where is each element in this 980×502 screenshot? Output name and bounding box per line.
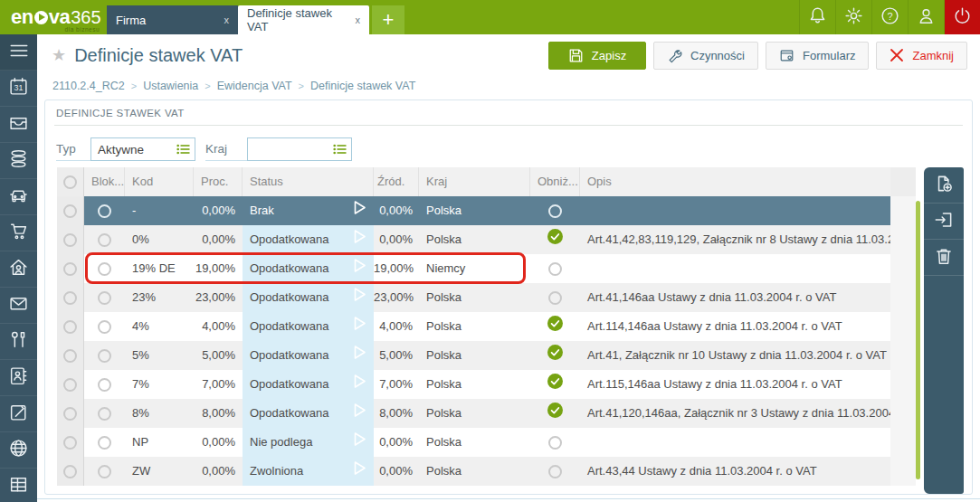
play-icon[interactable] [353, 429, 366, 457]
blok-cell[interactable] [84, 370, 125, 399]
tab-close-icon[interactable]: x [224, 14, 230, 25]
play-cell[interactable] [345, 399, 374, 428]
table-row-np[interactable]: NP0,00%Nie podlega0,00%Polska [57, 428, 890, 457]
blok-radio[interactable] [98, 320, 111, 334]
blok-cell[interactable] [84, 283, 125, 312]
blok-cell[interactable] [84, 341, 125, 370]
table-row-7[interactable]: 7%7,00%Opodatkowana7,00%PolskaArt.115,14… [57, 370, 890, 399]
sidebar-item-car[interactable] [0, 179, 37, 215]
kraj-filter-dropdown[interactable] [247, 137, 352, 161]
sidebar-item-inbox[interactable] [0, 107, 37, 143]
row-selector-cell[interactable] [57, 370, 84, 399]
form-button[interactable]: Formularz [766, 42, 870, 70]
check-icon[interactable] [547, 226, 563, 254]
play-cell[interactable] [345, 312, 374, 341]
breadcrumb-item[interactable]: 2110.2.4_RC2 [52, 80, 125, 92]
header-blok[interactable]: Blok... [84, 167, 125, 196]
table-row-5[interactable]: 5%5,00%Opodatkowana5,00%PolskaArt.41, Za… [57, 341, 890, 370]
table-row-8[interactable]: 8%8,00%Opodatkowana8,00%PolskaArt.41,120… [57, 399, 890, 428]
row-selector-cell[interactable] [57, 457, 84, 486]
header-select-all[interactable] [57, 167, 84, 196]
row-selector-cell[interactable] [57, 428, 84, 457]
sidebar-item-cart[interactable] [0, 215, 37, 251]
play-cell[interactable] [345, 283, 374, 312]
header-proc[interactable]: Proc. [194, 167, 243, 196]
row-select-radio[interactable] [63, 349, 77, 363]
open-record-button[interactable] [924, 204, 964, 240]
notifications-button[interactable] [799, 0, 835, 34]
blok-radio[interactable] [98, 262, 111, 276]
obniz-radio[interactable] [548, 204, 562, 218]
breadcrumb-item[interactable]: Definicje stawek VAT [310, 80, 415, 92]
obniz-cell[interactable] [530, 312, 580, 341]
tab-definicje-stawek-vat[interactable]: Definicje stawek VAT x [238, 5, 369, 34]
play-icon[interactable] [353, 458, 366, 486]
table-row-4[interactable]: 4%4,00%Opodatkowana4,00%PolskaArt.114,14… [57, 312, 890, 341]
play-cell[interactable] [345, 341, 374, 370]
sidebar-item-menu[interactable] [0, 34, 37, 71]
obniz-cell[interactable] [530, 254, 580, 283]
typ-filter-dropdown[interactable]: Aktywne [90, 137, 195, 161]
row-selector-cell[interactable] [57, 283, 84, 312]
check-icon[interactable] [547, 371, 563, 399]
obniz-cell[interactable] [530, 225, 580, 254]
play-icon[interactable] [353, 342, 366, 370]
obniz-cell[interactable] [530, 196, 580, 225]
blok-radio[interactable] [98, 349, 111, 363]
sidebar-item-globe[interactable] [0, 432, 37, 469]
blok-radio[interactable] [98, 204, 111, 218]
blok-cell[interactable] [84, 399, 125, 428]
header-obniz[interactable]: Obniż... [530, 167, 580, 196]
blok-cell[interactable] [84, 225, 125, 254]
new-tab-button[interactable]: + [372, 5, 404, 34]
table-row-zw[interactable]: ZW0,00%Zwolniona0,00%PolskaArt.43,44 Ust… [57, 457, 890, 486]
help-button[interactable]: ? [871, 0, 908, 34]
power-button[interactable] [944, 0, 980, 34]
row-selector-cell[interactable] [57, 341, 84, 370]
header-radio[interactable] [63, 175, 77, 189]
dropdown-list-icon[interactable] [333, 144, 347, 155]
settings-button[interactable] [835, 0, 871, 34]
user-button[interactable] [908, 0, 944, 34]
sidebar-item-calendar[interactable]: 31 [0, 71, 37, 107]
play-cell[interactable] [345, 225, 374, 254]
breadcrumb-item[interactable]: Ewidencja VAT [217, 80, 292, 92]
blok-radio[interactable] [98, 407, 111, 421]
play-icon[interactable] [353, 400, 366, 428]
sidebar-item-edit[interactable] [0, 396, 37, 432]
obniz-cell[interactable] [530, 283, 580, 312]
row-selector-cell[interactable] [57, 254, 84, 283]
dropdown-list-icon[interactable] [176, 144, 190, 155]
row-select-radio[interactable] [63, 436, 77, 450]
table-row-19de[interactable]: 19% DE19,00%Opodatkowana19,00%Niemcy [57, 254, 890, 283]
header-opis[interactable]: Opis [580, 167, 890, 196]
row-select-radio[interactable] [63, 262, 77, 276]
sidebar-item-contacts[interactable] [0, 360, 37, 396]
new-record-button[interactable] [924, 167, 964, 204]
blok-cell[interactable] [84, 196, 125, 225]
row-select-radio[interactable] [63, 233, 77, 247]
obniz-cell[interactable] [530, 370, 580, 399]
row-select-radio[interactable] [63, 378, 77, 392]
row-select-radio[interactable] [63, 407, 77, 421]
blok-cell[interactable] [84, 428, 125, 457]
sidebar-item-mail[interactable] [0, 288, 37, 324]
sidebar-item-grid[interactable] [0, 469, 37, 502]
row-select-radio[interactable] [63, 465, 77, 478]
play-icon[interactable] [353, 313, 366, 341]
row-selector-cell[interactable] [57, 225, 84, 254]
save-button[interactable]: Zapisz [548, 42, 646, 70]
play-cell[interactable] [345, 428, 374, 457]
play-cell[interactable] [345, 196, 374, 225]
blok-cell[interactable] [84, 254, 125, 283]
breadcrumb-item[interactable]: Ustawienia [143, 80, 198, 92]
play-icon[interactable] [353, 284, 366, 312]
blok-radio[interactable] [98, 436, 111, 450]
play-cell[interactable] [345, 370, 374, 399]
obniz-cell[interactable] [530, 341, 580, 370]
table-row-0[interactable]: 0%0,00%Opodatkowana0,00%PolskaArt.41,42,… [57, 225, 890, 254]
blok-radio[interactable] [98, 378, 111, 392]
row-selector-cell[interactable] [57, 399, 84, 428]
row-select-radio[interactable] [63, 204, 77, 218]
check-icon[interactable] [547, 400, 563, 428]
